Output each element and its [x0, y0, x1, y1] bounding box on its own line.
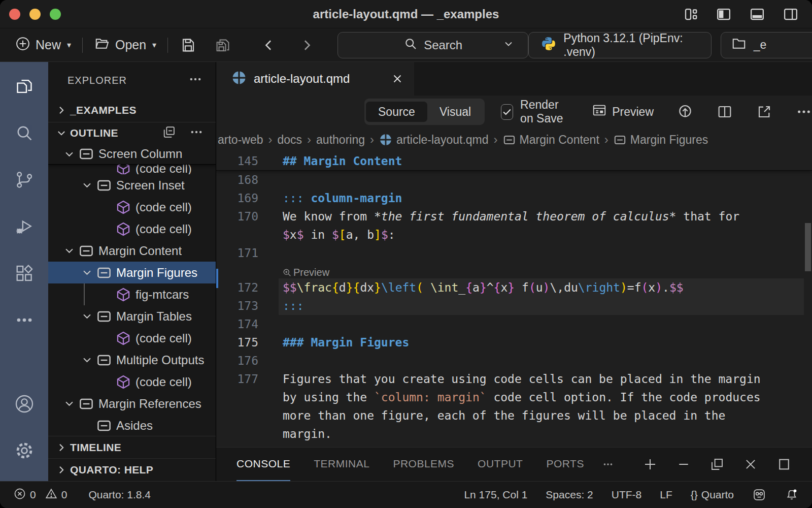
- sidebar-section-timeline[interactable]: TIMELINE: [48, 436, 216, 458]
- settings-gear-icon[interactable]: [13, 439, 36, 462]
- quarto-version-status[interactable]: Quarto: 1.8.4: [88, 489, 151, 501]
- editor[interactable]: 145## Margin Content168169::: column-mar…: [216, 151, 812, 447]
- code-line[interactable]: margin.: [216, 425, 812, 443]
- panel-tab-terminal[interactable]: TERMINAL: [314, 448, 369, 481]
- sidebar-section-quarto-help[interactable]: QUARTO: HELP: [48, 458, 216, 481]
- code-line[interactable]: 176: [216, 352, 812, 370]
- panel-tab-output[interactable]: OUTPUT: [478, 448, 523, 481]
- problems-status[interactable]: 0 0: [13, 487, 67, 503]
- more-views-icon[interactable]: [13, 309, 36, 331]
- outline-item-code-cell[interactable]: (code cell): [48, 196, 216, 218]
- zoom-window-button[interactable]: [50, 9, 61, 20]
- outline-item-code-cell[interactable]: (code cell): [48, 218, 216, 240]
- section-icon: [78, 242, 95, 260]
- breadcrumb-item[interactable]: article-layout.qmd: [379, 133, 489, 147]
- split-editor-icon[interactable]: [717, 104, 733, 120]
- close-panel-icon[interactable]: [743, 457, 758, 472]
- code-line[interactable]: $x$ in $[a, b]$:: [216, 226, 812, 244]
- code-line[interactable]: 175### Margin Figures: [216, 333, 812, 352]
- outline-item-code-cell[interactable]: (code cell): [48, 327, 216, 349]
- source-mode-button[interactable]: Source: [366, 102, 427, 122]
- toggle-left-panel-icon[interactable]: [716, 7, 732, 22]
- outline-item-code-cell[interactable]: (code cell): [48, 371, 216, 393]
- minimize-panel-icon[interactable]: [676, 457, 691, 472]
- language-mode-status[interactable]: {} Quarto: [691, 489, 734, 501]
- code-line[interactable]: 172$$\frac{d}{dx}\left( \int_{a}^{x} f(u…: [216, 278, 812, 297]
- explorer-icon[interactable]: [13, 75, 36, 98]
- toggle-bottom-panel-icon[interactable]: [749, 7, 765, 22]
- notifications-bell-icon[interactable]: [785, 488, 799, 502]
- collapse-all-icon[interactable]: [162, 125, 176, 142]
- code-line[interactable]: 168: [216, 171, 812, 189]
- breadcrumb-item[interactable]: Margin Content: [503, 133, 599, 147]
- breadcrumb-item[interactable]: docs: [277, 133, 302, 147]
- code-line[interactable]: by using the `column: margin` code cell …: [216, 388, 812, 406]
- maximize-panel-icon[interactable]: [709, 457, 725, 472]
- save-button[interactable]: [175, 34, 201, 56]
- outline-item[interactable]: Screen Inset: [48, 174, 216, 196]
- search-icon[interactable]: [13, 122, 36, 144]
- breadcrumb-item[interactable]: authoring: [316, 133, 365, 147]
- open-external-icon[interactable]: [756, 104, 772, 120]
- sidebar-section-examples[interactable]: _EXAMPLES: [48, 99, 216, 122]
- eol-status[interactable]: LF: [660, 489, 672, 501]
- project-button[interactable]: _e: [721, 32, 812, 58]
- outline-item[interactable]: Asides: [48, 415, 216, 436]
- navigate-forward-button[interactable]: [294, 35, 319, 56]
- breadcrumb-item[interactable]: arto-web: [218, 133, 263, 147]
- code-line[interactable]: 177Figures that you create using code ce…: [216, 370, 812, 388]
- explorer-more-actions-icon[interactable]: [188, 72, 202, 89]
- feedback-smiley-icon[interactable]: [752, 488, 766, 502]
- outline-item[interactable]: Multiple Outputs: [48, 349, 216, 371]
- toggle-right-panel-icon[interactable]: [783, 7, 799, 22]
- interpreter-selector[interactable]: Python 3.12.1 (PipEnv: .venv): [528, 32, 711, 58]
- editor-more-actions-icon[interactable]: [796, 104, 812, 120]
- save-all-button[interactable]: [210, 34, 237, 56]
- minimize-window-button[interactable]: [29, 9, 41, 20]
- render-on-save-checkbox[interactable]: [501, 104, 513, 120]
- math-preview-lens[interactable]: Preview: [216, 262, 812, 278]
- new-button[interactable]: New ▾: [11, 33, 75, 57]
- outline-item[interactable]: Margin References: [48, 393, 216, 415]
- restore-panel-icon[interactable]: [776, 457, 792, 472]
- panel-tab-problems[interactable]: PROBLEMS: [393, 448, 454, 481]
- code-line[interactable]: 169::: column-margin: [216, 189, 812, 207]
- indentation-status[interactable]: Spaces: 2: [546, 489, 593, 501]
- source-control-icon[interactable]: [13, 169, 36, 191]
- encoding-status[interactable]: UTF-8: [612, 489, 642, 501]
- navigate-back-button[interactable]: [256, 35, 282, 56]
- visual-mode-button[interactable]: Visual: [427, 102, 483, 122]
- customize-layout-icon[interactable]: [683, 7, 698, 22]
- code-line[interactable]: 170We know from *the first fundamental t…: [216, 207, 812, 226]
- outline-more-actions-icon[interactable]: [189, 125, 204, 142]
- code-line[interactable]: 173:::: [216, 297, 812, 315]
- account-icon[interactable]: [13, 393, 36, 415]
- preview-button[interactable]: Preview: [592, 103, 654, 121]
- tab-article-layout[interactable]: article-layout.qmd: [216, 62, 414, 96]
- outline-item-code-cell[interactable]: (code cell): [48, 165, 216, 174]
- cursor-position-status[interactable]: Ln 175, Col 1: [464, 489, 527, 501]
- code-line[interactable]: more than one figure, each of the figure…: [216, 406, 812, 425]
- outline-item[interactable]: Margin Tables: [48, 305, 216, 327]
- outline-item[interactable]: Margin Figures: [48, 262, 216, 283]
- open-button[interactable]: Open ▾: [90, 33, 160, 57]
- panel-more-tabs-icon[interactable]: [601, 458, 615, 471]
- extensions-icon[interactable]: [13, 262, 36, 284]
- close-tab-icon[interactable]: [391, 72, 404, 85]
- code-line[interactable]: 174: [216, 315, 812, 333]
- add-console-icon[interactable]: [642, 457, 658, 472]
- close-window-button[interactable]: [9, 9, 20, 20]
- run-debug-icon[interactable]: [13, 215, 36, 238]
- code-line[interactable]: 171: [216, 244, 812, 262]
- vertical-scrollbar[interactable]: [805, 223, 811, 271]
- panel-tab-console[interactable]: CONSOLE: [236, 448, 290, 481]
- publish-icon[interactable]: [677, 104, 693, 120]
- breadcrumb-item[interactable]: Margin Figures: [614, 133, 708, 147]
- outline-item[interactable]: Screen Column: [48, 144, 216, 165]
- sidebar-section-outline[interactable]: OUTLINE: [48, 122, 216, 144]
- outline-item-code-cell[interactable]: fig-mtcars: [48, 283, 216, 305]
- code-line[interactable]: 145## Margin Content: [216, 151, 812, 171]
- outline-item[interactable]: Margin Content: [48, 240, 216, 262]
- panel-tab-ports[interactable]: PORTS: [546, 448, 584, 481]
- search-input[interactable]: Search: [337, 32, 528, 58]
